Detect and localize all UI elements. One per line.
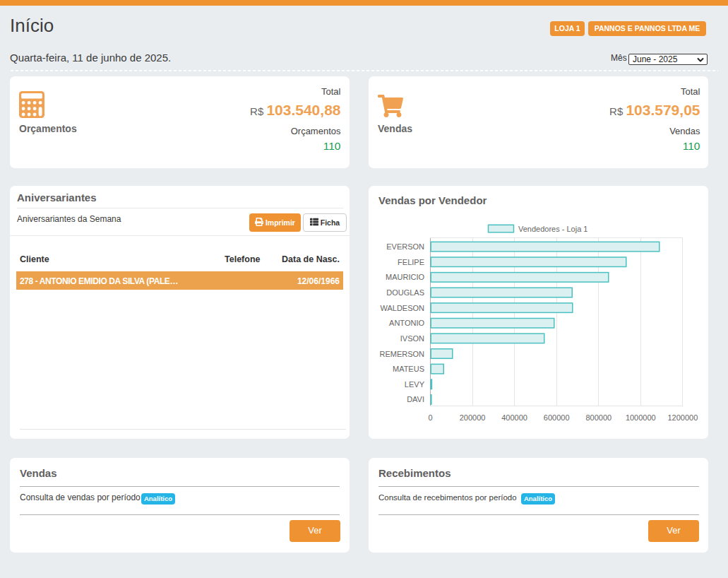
svg-text:WALDESON: WALDESON <box>380 304 424 312</box>
svg-text:ANTONIO: ANTONIO <box>389 319 424 327</box>
svg-text:MATEUS: MATEUS <box>393 365 424 373</box>
svg-text:MAURICIO: MAURICIO <box>386 273 424 281</box>
svg-text:EVERSON: EVERSON <box>386 242 424 251</box>
svg-text:DAVI: DAVI <box>407 395 424 403</box>
svg-text:1000000: 1000000 <box>626 413 656 422</box>
svg-text:800000: 800000 <box>585 413 611 422</box>
svg-text:REMERSON: REMERSON <box>379 350 424 358</box>
svg-text:LEVY: LEVY <box>405 380 425 389</box>
svg-text:DOUGLAS: DOUGLAS <box>386 288 424 297</box>
svg-text:0: 0 <box>428 413 432 422</box>
svg-text:IVSON: IVSON <box>400 334 424 343</box>
svg-text:200000: 200000 <box>460 413 486 422</box>
svg-text:Vendedores - Loja 1: Vendedores - Loja 1 <box>518 225 587 233</box>
svg-text:600000: 600000 <box>544 413 570 422</box>
svg-text:400000: 400000 <box>501 413 527 422</box>
svg-text:FELIPE: FELIPE <box>398 258 424 266</box>
svg-text:1200000: 1200000 <box>667 413 698 422</box>
